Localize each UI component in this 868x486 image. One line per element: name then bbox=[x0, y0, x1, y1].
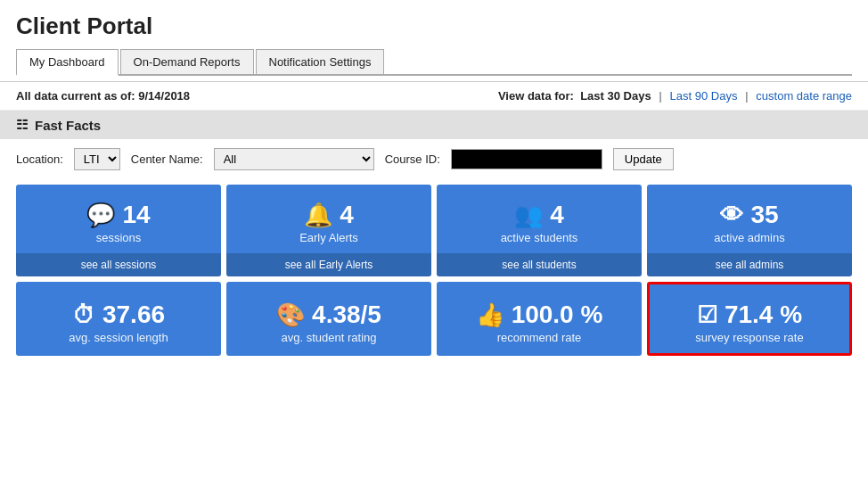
course-id-label: Course ID: bbox=[385, 152, 440, 166]
course-id-input[interactable] bbox=[451, 149, 602, 169]
divider2: | bbox=[745, 89, 749, 103]
recommend-rate-icon: 👍 bbox=[476, 301, 504, 329]
stat-card-active-admins[interactable]: 👁35active adminssee all admins bbox=[647, 185, 852, 276]
stat-card-early-alerts[interactable]: 🔔4Early Alertssee all Early Alerts bbox=[226, 185, 431, 276]
stat-main-avg-session-length: ⏱37.66avg. session length bbox=[16, 282, 221, 356]
stat-value-row-avg-session-length: ⏱37.66 bbox=[72, 301, 165, 329]
stat-label-survey-response-rate: survey response rate bbox=[695, 331, 803, 344]
stat-main-sessions: 💬14sessions bbox=[16, 185, 221, 253]
stat-label-active-students: active students bbox=[501, 231, 578, 244]
tab-on-demand-reports[interactable]: On-Demand Reports bbox=[120, 49, 254, 74]
center-name-select[interactable]: All bbox=[214, 148, 374, 170]
stat-value-sessions: 14 bbox=[122, 201, 150, 229]
center-name-label: Center Name: bbox=[131, 152, 203, 166]
stat-label-early-alerts: Early Alerts bbox=[299, 231, 358, 244]
stat-card-active-students[interactable]: 👥4active studentssee all students bbox=[437, 185, 642, 276]
stat-label-avg-session-length: avg. session length bbox=[69, 331, 168, 344]
stats-grid: 💬14sessionssee all sessions🔔4Early Alert… bbox=[0, 179, 868, 365]
stat-value-survey-response-rate: 71.4 % bbox=[725, 301, 802, 329]
stat-value-row-avg-student-rating: 🎨4.38/5 bbox=[276, 301, 381, 329]
stat-link-active-admins[interactable]: see all admins bbox=[647, 253, 852, 276]
stat-label-avg-student-rating: avg. student rating bbox=[282, 331, 377, 344]
location-select[interactable]: LTI bbox=[74, 148, 120, 170]
stat-main-avg-student-rating: 🎨4.38/5avg. student rating bbox=[226, 282, 431, 356]
stat-value-avg-student-rating: 4.38/5 bbox=[312, 301, 381, 329]
early-alerts-icon: 🔔 bbox=[304, 202, 332, 229]
update-button[interactable]: Update bbox=[613, 148, 674, 170]
stat-main-early-alerts: 🔔4Early Alerts bbox=[226, 185, 431, 253]
stat-card-avg-student-rating: 🎨4.38/5avg. student rating bbox=[226, 282, 431, 356]
last-90-days-link[interactable]: Last 90 Days bbox=[670, 89, 738, 103]
divider: | bbox=[659, 89, 662, 103]
fast-facts-title: Fast Facts bbox=[35, 118, 101, 133]
stat-label-active-admins: active admins bbox=[714, 231, 784, 244]
stat-link-early-alerts[interactable]: see all Early Alerts bbox=[226, 253, 431, 276]
view-data-label: View data for: bbox=[498, 89, 574, 103]
stat-label-recommend-rate: recommend rate bbox=[497, 331, 582, 344]
stat-link-sessions[interactable]: see all sessions bbox=[16, 253, 221, 276]
stat-main-recommend-rate: 👍100.0 %recommend rate bbox=[437, 282, 642, 356]
stat-value-avg-session-length: 37.66 bbox=[102, 301, 165, 329]
page-header: Client Portal My Dashboard On-Demand Rep… bbox=[0, 0, 868, 82]
location-label: Location: bbox=[16, 152, 63, 166]
stat-value-row-early-alerts: 🔔4 bbox=[304, 201, 354, 229]
sessions-icon: 💬 bbox=[86, 202, 115, 229]
stat-card-sessions[interactable]: 💬14sessionssee all sessions bbox=[16, 185, 221, 276]
toolbar: All data current as of: 9/14/2018 View d… bbox=[0, 82, 868, 111]
stat-value-row-recommend-rate: 👍100.0 % bbox=[476, 301, 603, 329]
stat-label-sessions: sessions bbox=[96, 231, 142, 244]
stat-main-survey-response-rate: ☑71.4 %survey response rate bbox=[650, 284, 849, 353]
custom-date-range-link[interactable]: custom date range bbox=[756, 89, 852, 103]
stat-card-survey-response-rate: ☑71.4 %survey response rate bbox=[647, 282, 852, 356]
page-title: Client Portal bbox=[16, 12, 852, 40]
stat-value-row-active-admins: 👁35 bbox=[720, 201, 778, 229]
stat-card-recommend-rate: 👍100.0 %recommend rate bbox=[437, 282, 642, 356]
last-30-days: Last 30 Days bbox=[580, 89, 651, 103]
filter-row: Location: LTI Center Name: All Course ID… bbox=[0, 139, 868, 179]
fast-facts-header: ☷ Fast Facts bbox=[0, 111, 868, 139]
tab-bar: My Dashboard On-Demand Reports Notificat… bbox=[16, 49, 852, 76]
current-data-label: All data current as of: 9/14/2018 bbox=[16, 89, 190, 103]
view-data-options: View data for: Last 30 Days | Last 90 Da… bbox=[498, 89, 852, 103]
stat-value-recommend-rate: 100.0 % bbox=[512, 301, 603, 329]
stat-value-active-admins: 35 bbox=[750, 201, 778, 229]
stat-main-active-students: 👥4active students bbox=[437, 185, 642, 253]
tab-notification-settings[interactable]: Notification Settings bbox=[256, 49, 385, 74]
avg-session-length-icon: ⏱ bbox=[72, 301, 95, 329]
tab-my-dashboard[interactable]: My Dashboard bbox=[16, 49, 119, 76]
avg-student-rating-icon: 🎨 bbox=[276, 301, 305, 329]
stat-value-row-active-students: 👥4 bbox=[514, 201, 564, 229]
active-admins-icon: 👁 bbox=[720, 202, 743, 229]
stat-value-active-students: 4 bbox=[550, 201, 564, 229]
stat-value-row-sessions: 💬14 bbox=[86, 201, 150, 229]
survey-response-rate-icon: ☑ bbox=[697, 301, 717, 329]
stat-main-active-admins: 👁35active admins bbox=[647, 185, 852, 253]
stat-value-row-survey-response-rate: ☑71.4 % bbox=[697, 301, 802, 329]
stat-card-avg-session-length: ⏱37.66avg. session length bbox=[16, 282, 221, 356]
stat-value-early-alerts: 4 bbox=[340, 201, 354, 229]
stat-link-active-students[interactable]: see all students bbox=[437, 253, 642, 276]
grid-icon: ☷ bbox=[16, 117, 28, 133]
active-students-icon: 👥 bbox=[514, 202, 543, 229]
